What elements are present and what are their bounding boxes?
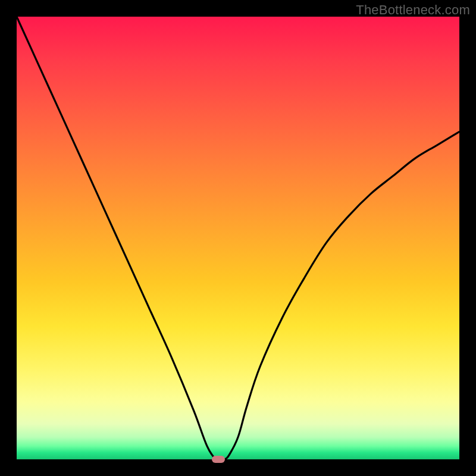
bottleneck-curve <box>17 17 459 459</box>
watermark-text: TheBottleneck.com <box>356 2 470 18</box>
plot-area <box>17 17 459 459</box>
chart-frame: TheBottleneck.com <box>0 0 476 476</box>
optimum-marker <box>212 456 225 463</box>
